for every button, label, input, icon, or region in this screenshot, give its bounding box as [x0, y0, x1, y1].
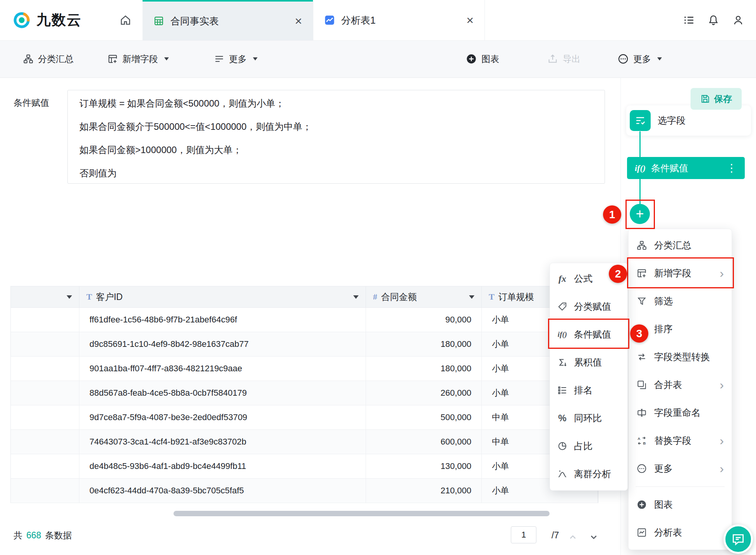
cell-customer-id: 901aa1ba-ff07-4ff7-a836-4821219c9aae	[79, 357, 366, 381]
percent-icon: %	[557, 413, 568, 424]
add-chart-label: 图表	[481, 53, 499, 65]
menu-item-chart[interactable]: 图表	[629, 491, 732, 519]
menu-item-analysis-table[interactable]: 分析表	[629, 519, 732, 546]
submenu-item-ranking[interactable]: 排名	[550, 376, 627, 404]
filter-caret-icon[interactable]	[353, 295, 359, 299]
more-actions-label: 更多	[633, 53, 651, 65]
cell-amount: 180,000	[366, 332, 482, 357]
merge-docs-icon	[636, 380, 647, 390]
menu-item-label: 筛选	[654, 295, 673, 307]
export-button[interactable]: 导出	[547, 40, 581, 78]
submenu-item-label: 累积值	[574, 356, 602, 369]
cell-amount: 90,000	[366, 308, 482, 332]
column-label: 订单规模	[498, 291, 534, 303]
table-row: 0e4cf623-44dd-470a-8a39-5bc705c5faf5210,…	[11, 479, 598, 503]
menu-item-add-field[interactable]: 新增字段 ›	[629, 259, 732, 287]
flow-node-condition-assign[interactable]: if() 条件赋值 ⋮	[627, 157, 745, 179]
add-field-submenu: fx 公式 分类赋值 if() 条件赋值 累积值 排名 % 同环比 占比	[550, 263, 628, 491]
condition-node-label: 条件赋值	[651, 162, 688, 174]
submenu-item-outlier-analysis[interactable]: 离群分析	[550, 460, 627, 488]
menu-item-merge-table[interactable]: 合并表 ›	[629, 371, 732, 399]
app-logo[interactable]: 九数云	[12, 0, 82, 40]
group-summary-button[interactable]: 分类汇总	[23, 40, 74, 78]
select-field-label: 选字段	[658, 114, 686, 127]
customer-service-chat-button[interactable]	[723, 524, 753, 554]
sitemap-icon	[636, 240, 647, 250]
cell-hidden	[11, 430, 79, 454]
notification-bell-icon[interactable]	[708, 14, 719, 26]
tab-contract-fact-table[interactable]: 合同事实表 ×	[143, 0, 313, 40]
menu-item-label: 合并表	[654, 379, 682, 391]
close-tab-icon[interactable]: ×	[295, 15, 302, 27]
add-field-button[interactable]: 新增字段	[108, 40, 169, 78]
plus-circle-icon	[466, 53, 477, 64]
submenu-item-label: 排名	[574, 384, 593, 396]
menu-item-label: 图表	[654, 498, 673, 511]
cell-amount: 260,000	[366, 381, 482, 405]
home-button[interactable]	[113, 0, 138, 40]
tab-label: 分析表1	[341, 14, 376, 27]
more-tools-button[interactable]: 更多	[214, 40, 258, 78]
table-header-customer-id[interactable]: T 客户ID	[79, 286, 366, 308]
export-label: 导出	[563, 53, 581, 65]
menu-item-more[interactable]: 更多 ›	[629, 455, 732, 483]
submenu-item-proportion[interactable]: 占比	[550, 432, 627, 460]
rename-cursor-icon	[636, 408, 647, 418]
filter-caret-icon[interactable]	[67, 295, 72, 299]
more-options-icon[interactable]: ⋮	[726, 163, 737, 174]
table-icon	[153, 16, 164, 26]
circle-more-icon	[618, 53, 629, 64]
menu-item-rename-field[interactable]: 字段重命名	[629, 399, 732, 427]
outline-list-icon[interactable]	[683, 14, 695, 26]
menu-item-group-summary[interactable]: 分类汇总	[629, 231, 732, 259]
app-logo-text: 九数云	[36, 10, 82, 30]
menu-item-replace-field[interactable]: AB 替换字段 ›	[629, 427, 732, 455]
chevron-right-icon: ›	[720, 462, 724, 475]
horizontal-scrollbar[interactable]	[174, 511, 550, 516]
formula-editor[interactable]: 订单规模 = 如果合同金额<500000，则值为小单； 如果合同金额介于5000…	[67, 90, 605, 184]
plus-icon: +	[636, 206, 644, 222]
submenu-item-label: 条件赋值	[574, 328, 611, 341]
page-number-input[interactable]	[511, 526, 536, 543]
chevron-down-icon	[164, 57, 169, 60]
cell-amount: 500,000	[366, 405, 482, 430]
submenu-item-cumulative[interactable]: 累积值	[550, 348, 627, 376]
submenu-item-category-assign[interactable]: 分类赋值	[550, 293, 627, 321]
swap-ab-icon: AB	[636, 436, 647, 446]
next-page-button[interactable]	[586, 529, 602, 545]
plus-circle-icon	[636, 500, 647, 510]
table-row: 88d567a8-feab-4ce5-8b8a-0cb7f5840179260,…	[11, 381, 598, 405]
svg-text:A: A	[637, 436, 640, 441]
table-header-hidden-column[interactable]	[11, 286, 79, 308]
filter-caret-icon[interactable]	[469, 295, 474, 299]
more-actions-button[interactable]: 更多	[618, 40, 662, 78]
close-tab-icon[interactable]: ×	[466, 14, 474, 26]
flow-node-select-field[interactable]: 选字段	[630, 110, 686, 131]
menu-item-field-type-convert[interactable]: 字段类型转换	[629, 343, 732, 371]
menu-item-filter[interactable]: 筛选	[629, 287, 732, 315]
add-chart-button[interactable]: 图表	[466, 40, 499, 78]
select-field-icon	[630, 110, 651, 131]
edit-toolbar: 分类汇总 新增字段 更多 图表 导出 更多 保	[0, 40, 756, 78]
formula-line: 否则值为	[79, 162, 593, 185]
menu-item-label: 更多	[654, 462, 673, 475]
funnel-icon	[636, 296, 647, 306]
chevron-down-icon	[253, 57, 258, 60]
tag-icon	[557, 302, 568, 312]
menu-divider	[636, 486, 725, 487]
add-step-button[interactable]: +	[630, 204, 650, 224]
table-row: ff61dfee-1c56-48b6-9f7b-21abef64c96f90,0…	[11, 308, 598, 332]
previous-page-button[interactable]	[565, 529, 581, 545]
table-row: de4b48c5-93b6-4af1-abd9-bc4e4499fb11130,…	[11, 454, 598, 479]
total-prefix: 共	[14, 529, 22, 541]
add-step-dropdown-menu: 分类汇总 新增字段 › 筛选 排序 字段类型转换 合并表 ›	[628, 229, 732, 550]
user-profile-icon[interactable]	[732, 14, 744, 26]
submenu-item-period-compare[interactable]: % 同环比	[550, 404, 627, 432]
tab-analysis-table[interactable]: 分析表1 ×	[313, 0, 485, 40]
table-header-contract-amount[interactable]: # 合同金额	[366, 286, 482, 308]
menu-item-label: 替换字段	[654, 434, 691, 447]
condition-assign-label: 条件赋值	[14, 97, 49, 109]
submenu-item-condition-assign[interactable]: if() 条件赋值	[550, 321, 627, 348]
data-table: T 客户ID # 合同金额 T 订单规模 ff61dfee-1c56-48b6-…	[10, 286, 598, 503]
save-button[interactable]: 保存	[691, 88, 742, 110]
